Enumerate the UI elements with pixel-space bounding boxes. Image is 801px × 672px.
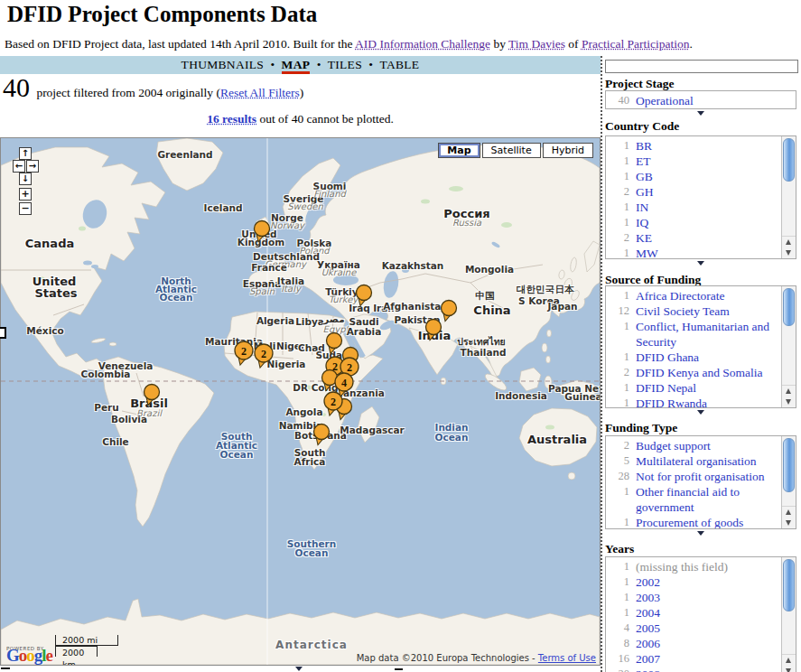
map-marker[interactable]: [327, 333, 342, 354]
map-marker[interactable]: [426, 320, 442, 341]
facet-link[interactable]: DFID Kenya and Somalia: [636, 365, 781, 380]
scrollbar[interactable]: [781, 436, 796, 528]
facet-row: 2Budget support: [606, 438, 781, 453]
facet-link[interactable]: KE: [636, 230, 781, 246]
facet-row: 1Other financial aid to government: [606, 484, 781, 515]
facet-count: 1: [606, 605, 636, 621]
map-marker-cluster-2[interactable]: 2: [235, 341, 253, 365]
facet-row: 2DFID Kenya and Somalia: [606, 365, 781, 380]
terms-of-use-link[interactable]: Terms of Use: [538, 653, 596, 663]
facet-link[interactable]: 2005: [636, 621, 781, 636]
map-canvas[interactable]: GreenlandIcelandCanadaUnitedStatesMéxico…: [0, 137, 601, 666]
scrollbar-thumb[interactable]: [783, 288, 795, 326]
facet-row: 1GB: [606, 169, 781, 184]
facet-link[interactable]: Budget support: [636, 438, 781, 453]
facet-link[interactable]: Multilateral organisation: [636, 453, 781, 469]
facet-link[interactable]: 2008: [636, 667, 781, 672]
expand-section-arrow[interactable]: [697, 111, 704, 116]
scroll-up-button[interactable]: [782, 654, 796, 666]
facet-count: 1: [606, 396, 636, 408]
map-type-satellite-button[interactable]: Satellite: [482, 143, 541, 158]
facet-link[interactable]: Operational: [636, 93, 796, 108]
facet-link[interactable]: DFID Rwanda: [636, 396, 781, 408]
facet-row: 1DFID Rwanda: [606, 396, 781, 408]
scroll-down-button[interactable]: [782, 666, 796, 672]
facet-row: 1MW: [606, 246, 781, 259]
map-marker[interactable]: [357, 285, 372, 306]
facet-count: 2: [606, 230, 636, 246]
google-logo[interactable]: POWERED BY Google: [6, 646, 52, 660]
tab-thumbnails[interactable]: THUMBNAILS: [182, 58, 265, 71]
scroll-down-button[interactable]: [782, 518, 796, 528]
tab-tiles[interactable]: TILES: [328, 58, 362, 71]
scroll-up-button[interactable]: [782, 385, 796, 397]
scale-km: 2000 km: [55, 646, 98, 657]
facet-link[interactable]: Africa Directorate: [636, 288, 781, 303]
practical-participation-link[interactable]: Practical Participation: [582, 37, 690, 51]
facet-count: 1: [606, 138, 636, 154]
facet-link[interactable]: Procurement of goods: [636, 515, 781, 529]
facet-link[interactable]: 2007: [636, 651, 781, 667]
facet-link[interactable]: IN: [636, 200, 781, 215]
facet-row: 1IN: [606, 200, 781, 215]
facet-row: 1Africa Directorate: [606, 288, 781, 303]
scroll-up-button[interactable]: [782, 236, 796, 247]
map-type-hybrid-button[interactable]: Hybrid: [543, 143, 593, 158]
scrollbar-thumb[interactable]: [783, 438, 795, 492]
map-marker[interactable]: [144, 385, 160, 406]
scrollbar[interactable]: [781, 286, 796, 407]
expand-below-map-arrow[interactable]: [295, 667, 303, 671]
facet-link[interactable]: GB: [636, 169, 781, 184]
section-title-project-stage: Project Stage: [605, 77, 675, 91]
facet-link[interactable]: IQ: [636, 215, 781, 230]
scroll-down-button[interactable]: [782, 247, 796, 258]
scrollbar[interactable]: [781, 557, 796, 672]
scroll-down-button[interactable]: [782, 397, 796, 407]
facet-search-input[interactable]: [605, 60, 798, 73]
facet-link[interactable]: 2002: [636, 574, 781, 590]
facet-link[interactable]: 2003: [636, 590, 781, 605]
aid-information-challenge-link[interactable]: AID Information Challenge: [355, 37, 490, 51]
facet-link[interactable]: Civil Society Team: [636, 303, 781, 319]
facet-count: 5: [606, 453, 636, 469]
facet-link[interactable]: Not for profit organisation: [636, 469, 781, 484]
map-marker[interactable]: [255, 221, 270, 242]
google-brand: Google: [6, 651, 52, 660]
scrollbar[interactable]: [781, 136, 796, 258]
plot-note: 16 results out of 40 cannot be plotted.: [0, 112, 601, 126]
expand-section-arrow[interactable]: [697, 410, 704, 415]
zoom-out-button[interactable]: −: [19, 202, 32, 215]
pan-down-button[interactable]: ↓: [19, 173, 32, 185]
facet-count: 2: [606, 365, 636, 380]
facet-link[interactable]: GH: [636, 184, 781, 200]
pan-up-button[interactable]: ↑: [19, 147, 32, 160]
map-marker[interactable]: [314, 425, 330, 445]
zoom-in-button[interactable]: +: [19, 188, 32, 201]
facet-link[interactable]: ET: [636, 154, 781, 169]
reset-all-filters-link[interactable]: Reset All Filters: [220, 86, 300, 99]
pan-right-button[interactable]: →: [26, 160, 39, 173]
facet-link[interactable]: BR: [636, 138, 781, 154]
facet-link[interactable]: 2006: [636, 636, 781, 651]
scrollbar-thumb[interactable]: [783, 138, 795, 182]
scroll-up-button[interactable]: [782, 506, 796, 518]
map-type-map-button[interactable]: Map: [438, 143, 480, 158]
tab-map[interactable]: MAP: [282, 58, 311, 74]
pan-left-button[interactable]: ←: [13, 160, 25, 173]
facet-link[interactable]: Other financial aid to government: [636, 484, 781, 515]
map-marker[interactable]: [442, 301, 457, 322]
expand-section-arrow[interactable]: [697, 531, 704, 536]
facet-link[interactable]: 2004: [636, 605, 781, 621]
map-marker-cluster-2[interactable]: 2: [255, 344, 273, 368]
facet-link[interactable]: MW: [636, 246, 781, 259]
facet-link[interactable]: Conflict, Humanitarian and Security: [636, 319, 781, 350]
expand-section-arrow[interactable]: [697, 261, 704, 266]
facet-link[interactable]: DFID Ghana: [636, 350, 781, 365]
tim-davies-link[interactable]: Tim Davies: [508, 37, 565, 51]
tab-table[interactable]: TABLE: [379, 58, 419, 71]
facet-row: 12Civil Society Team: [606, 303, 781, 319]
facet-link[interactable]: DFID Nepal: [636, 380, 781, 396]
svg-text:2: 2: [241, 345, 247, 358]
unplotted-results-link[interactable]: 16 results: [207, 112, 256, 126]
scrollbar-thumb[interactable]: [783, 559, 795, 611]
